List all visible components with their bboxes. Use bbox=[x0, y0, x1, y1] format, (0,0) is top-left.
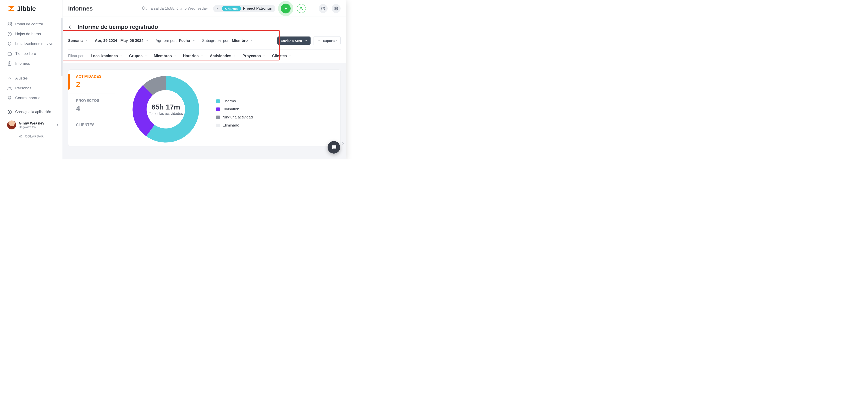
legend-item[interactable]: Ninguna actividad bbox=[216, 115, 253, 120]
chevrons-left-icon bbox=[19, 134, 23, 138]
play-mini-icon bbox=[215, 6, 220, 11]
svg-point-16 bbox=[300, 7, 302, 8]
filter-label: Clientes bbox=[272, 54, 287, 58]
collapse-sidebar-button[interactable]: COLAPSAR bbox=[0, 132, 63, 139]
summary-tabs: ACTIVIDADES 2 PROYECTOS 4 CLIENTES bbox=[68, 70, 115, 146]
sidebar-item-reports[interactable]: Informes bbox=[0, 59, 63, 68]
subgroup-by-dropdown[interactable]: Subagrupar por: Miembro bbox=[202, 38, 253, 43]
tab-title: CLIENTES bbox=[76, 123, 111, 127]
export-label: Exportar bbox=[323, 39, 337, 42]
svg-point-19 bbox=[336, 8, 337, 9]
download-circle-icon bbox=[7, 109, 12, 114]
tab-clients[interactable]: CLIENTES bbox=[68, 118, 115, 133]
subheader: Informe de tiempo registrado bbox=[63, 17, 346, 32]
svg-rect-2 bbox=[8, 10, 14, 11]
chat-fab[interactable] bbox=[328, 141, 340, 154]
svg-point-18 bbox=[323, 9, 323, 10]
primary-nav: Panel de control Hojas de horas Localiza… bbox=[0, 19, 63, 104]
start-timer-button[interactable] bbox=[281, 4, 290, 13]
svg-point-12 bbox=[8, 87, 10, 89]
group-by-prefix: Agrupar por: bbox=[155, 38, 177, 43]
caret-down-icon bbox=[120, 55, 123, 58]
legend-label: Divination bbox=[222, 107, 239, 111]
user-check-button[interactable] bbox=[297, 4, 306, 13]
sidebar-item-timesheets[interactable]: Hojas de horas bbox=[0, 29, 63, 39]
legend-label: Ninguna actividad bbox=[222, 115, 253, 120]
nav-label: Personas bbox=[15, 86, 31, 91]
range-mode-label: Semana bbox=[68, 38, 83, 43]
current-activity-pill[interactable]: Charms Project Patronus bbox=[213, 5, 275, 12]
filter-label: Miembros bbox=[154, 54, 172, 58]
last-entry-text: Última salida 15:55, último Wednesday bbox=[142, 6, 208, 11]
send-to-xero-button[interactable]: Enviar a Xero bbox=[277, 36, 311, 45]
export-button[interactable]: Exportar bbox=[313, 36, 341, 45]
nav-label: Tiempo libre bbox=[15, 52, 36, 56]
chevron-up-icon bbox=[7, 76, 12, 81]
sidebar: Jibble Panel de control Hojas de horas L… bbox=[0, 0, 63, 159]
filter-activities[interactable]: Actividades bbox=[210, 54, 236, 58]
clipboard-icon bbox=[7, 61, 12, 66]
svg-rect-0 bbox=[8, 6, 14, 7]
sidebar-item-settings[interactable]: Ajustes bbox=[0, 73, 63, 83]
back-button[interactable] bbox=[68, 24, 73, 30]
arrow-left-icon bbox=[68, 24, 73, 30]
range-mode-dropdown[interactable]: Semana bbox=[68, 38, 88, 43]
chevron-right-icon bbox=[341, 141, 345, 146]
caret-down-icon bbox=[250, 39, 253, 42]
tab-activities[interactable]: ACTIVIDADES 2 bbox=[68, 70, 115, 94]
user-org: Hogwarts Co bbox=[19, 125, 53, 129]
carousel-next-button[interactable] bbox=[341, 141, 345, 147]
sidebar-item-time-clock[interactable]: Control horario bbox=[0, 93, 63, 103]
settings-gear-button[interactable] bbox=[332, 4, 341, 13]
user-check-icon bbox=[299, 6, 304, 11]
date-range-dropdown[interactable]: Apr, 29 2024 - May, 05 2024 bbox=[95, 38, 149, 43]
help-button[interactable] bbox=[319, 4, 328, 13]
filter-schedules[interactable]: Horarios bbox=[183, 54, 204, 58]
tab-projects[interactable]: PROYECTOS 4 bbox=[68, 94, 115, 118]
toolbar: Semana Apr, 29 2024 - May, 05 2024 Agrup… bbox=[63, 32, 346, 63]
filter-label: Proyectos bbox=[242, 54, 261, 58]
legend-item[interactable]: Eliminado bbox=[216, 123, 253, 128]
legend-item[interactable]: Divination bbox=[216, 107, 253, 111]
nav-label: Panel de control bbox=[15, 22, 43, 26]
get-app-link[interactable]: Consigue la aplicación bbox=[0, 106, 63, 118]
filter-label: Grupos bbox=[129, 54, 143, 58]
filter-clients[interactable]: Clientes bbox=[272, 54, 292, 58]
legend-label: Eliminado bbox=[222, 123, 239, 128]
filter-projects[interactable]: Proyectos bbox=[242, 54, 266, 58]
activity-chip: Charms bbox=[222, 6, 241, 11]
legend-swatch bbox=[216, 99, 220, 103]
donut-total: 65h 17m bbox=[149, 103, 183, 111]
grid-icon bbox=[7, 22, 12, 27]
group-by-dropdown[interactable]: Agrupar por: Fecha bbox=[155, 38, 195, 43]
filter-label: Horarios bbox=[183, 54, 199, 58]
legend-item[interactable]: Charms bbox=[216, 99, 253, 103]
donut-chart: 65h 17m Todas las actividades bbox=[129, 72, 203, 146]
user-menu[interactable]: Ginny Weasley Hogwarts Co bbox=[0, 118, 63, 132]
get-app-label: Consigue la aplicación bbox=[15, 110, 51, 114]
filter-members[interactable]: Miembros bbox=[154, 54, 177, 58]
download-icon bbox=[317, 39, 321, 42]
sidebar-scrollbar[interactable] bbox=[61, 18, 63, 76]
caret-down-icon bbox=[144, 55, 148, 58]
user-name: Ginny Weasley bbox=[19, 121, 53, 125]
filter-label: Actividades bbox=[210, 54, 231, 58]
caret-down-icon bbox=[85, 39, 88, 42]
sidebar-item-live-locations[interactable]: Localizaciones en vivo bbox=[0, 39, 63, 49]
brand-logo[interactable]: Jibble bbox=[0, 0, 63, 19]
filter-groups[interactable]: Grupos bbox=[129, 54, 148, 58]
collapse-label: COLAPSAR bbox=[25, 135, 44, 138]
sidebar-item-time-off[interactable]: Tiempo libre bbox=[0, 49, 63, 59]
location-search-icon bbox=[7, 96, 12, 101]
sidebar-item-people[interactable]: Personas bbox=[0, 83, 63, 93]
chevron-down-icon bbox=[304, 39, 307, 42]
chart-legend: CharmsDivinationNinguna actividadElimina… bbox=[216, 91, 253, 128]
caret-down-icon bbox=[262, 55, 266, 58]
nav-label: Ajustes bbox=[15, 76, 28, 80]
filter-locations[interactable]: Localizaciones bbox=[91, 54, 123, 58]
tab-count: 4 bbox=[76, 104, 111, 113]
sidebar-item-dashboard[interactable]: Panel de control bbox=[0, 19, 63, 29]
main-content: Informes Última salida 15:55, último Wed… bbox=[63, 0, 346, 159]
brand-name: Jibble bbox=[17, 5, 36, 12]
legend-swatch bbox=[216, 107, 220, 111]
